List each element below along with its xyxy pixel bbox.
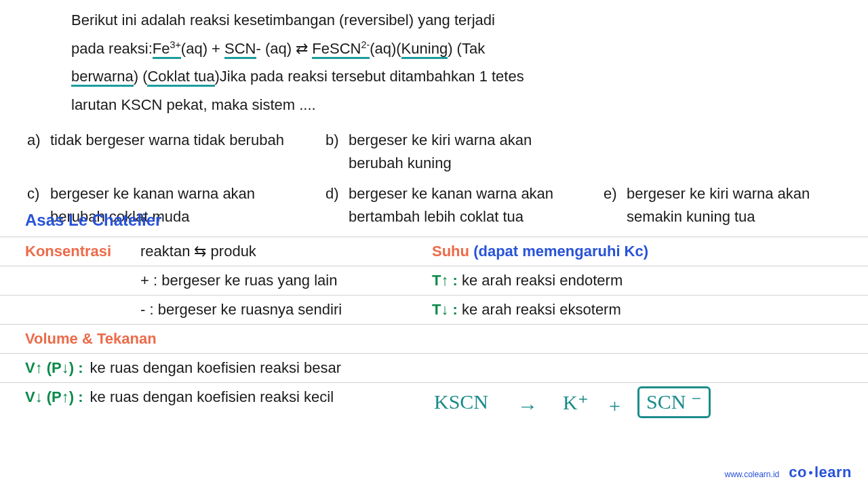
fescn: FeSCN [312,40,361,57]
tdn-pre: T↓ : [432,301,458,318]
option-letter: d) [326,182,343,228]
vup-rule: ke ruas dengan koefisien reaksi besar [90,359,342,377]
q-line-3: berwarna) (Coklat tua)Jika pada reaksi t… [71,63,834,90]
suhu-note: (dapat memengaruhi Kc) [473,243,648,260]
footer: www.colearn.id colearn [725,464,852,481]
vt-label: Volume & Tekanan [25,330,157,348]
option-letter: a) [27,129,45,175]
footer-logo: colearn [789,464,852,481]
option-text: bergeser ke kiri warna akan semakin kuni… [627,182,861,228]
footer-url: www.colearn.id [725,470,780,479]
tup-rule: ke arah reaksi endoterm [458,272,623,289]
fescn-term: FeSCN2- [312,40,370,59]
fe-sup: 3+ [170,39,181,49]
option-d[interactable]: d) bergeser ke kanan warna akan bertamba… [326,182,590,228]
vdn-rule: ke ruas dengan koefisien reaksi kecil [90,388,334,406]
vdn-pre: V↓ (P↑) : [25,388,83,406]
handwritten-kscn: KSCN [434,390,488,413]
handwritten-plus: + [609,394,620,418]
q-line-2: pada reaksi:Fe3+(aq) + SCN- (aq) ⇄ FeSCN… [71,35,834,62]
konsentrasi-eq: reaktan ⇆ produk [140,243,256,260]
q-line-1: Berikut ini adalah reaksi kesetimbangan … [71,7,834,34]
coklat-term: Coklat tua [147,68,214,87]
option-e[interactable]: e) bergeser ke kiri warna akan semakin k… [604,182,861,228]
option-letter: b) [326,129,343,175]
fe-term: Fe3+ [153,40,181,59]
suhu-label: Suhu [432,243,469,260]
option-a[interactable]: a) tidak bergeser warna tidak berubah [27,129,312,175]
mid3: ) ( [134,68,148,85]
option-b[interactable]: b) bergeser ke kiri warna akan berubah k… [326,129,590,175]
handwritten-k-plus: K⁺ [563,390,589,414]
aq1: (aq) + [181,40,224,57]
logo-dot-icon [809,471,812,474]
kuning-term: Kuning [401,40,448,59]
tak: Tak [462,40,485,57]
logo-learn: learn [814,464,852,481]
konsentrasi-label: Konsentrasi [25,243,134,260]
q2-pre: pada reaksi: [71,40,153,57]
fescn-sup: 2- [361,39,370,49]
scn-post: - (aq) ⇄ [256,40,313,57]
q-line-4: larutan KSCN pekat, maka sistem .... [71,92,834,119]
question-text: Berikut ini adalah reaksi kesetimbangan … [0,0,868,118]
handwritten-scn-boxed: SCN ⁻ [637,386,711,418]
line3-post: )Jika pada reaksi tersebut ditambahkan 1… [215,68,524,85]
plus-rule: + : bergeser ke ruas yang lain [140,272,337,289]
rule-row-headers: Konsentrasi reaktan ⇆ produk Suhu (dapat… [0,237,868,266]
logo-co: co [789,464,807,481]
rule-row-vt-head: Volume & Tekanan [0,325,868,354]
option-text: tidak bergeser warna tidak berubah [50,129,284,175]
option-text: bergeser ke kiri warna akan berubah kuni… [349,129,590,175]
option-letter: e) [604,182,621,228]
rule-row-plus: + : bergeser ke ruas yang lain T↑ : ke a… [0,266,868,296]
minus-rule: - : bergeser ke ruasnya sendiri [140,301,342,319]
rule-row-vup: V↑ (P↓) : ke ruas dengan koefisien reaks… [0,354,868,383]
scn-term: SCN [224,40,256,59]
handwritten-arrow-icon: → [517,394,538,418]
vup-pre: V↑ (P↓) : [25,359,83,377]
tup-pre: T↑ : [432,272,458,289]
option-text: bergeser ke kanan warna akan bertambah l… [349,182,590,228]
tdn-rule: ke arah reaksi eksoterm [458,301,621,318]
paren1: ) ( [448,40,462,57]
fe: Fe [153,40,170,57]
rule-row-minus: - : bergeser ke ruasnya sendiri T↓ : ke … [0,296,868,325]
berwarna-term: berwarna [71,68,134,87]
aq2: (aq)( [370,40,401,57]
rules-table: Konsentrasi reaktan ⇆ produk Suhu (dapat… [0,237,868,411]
